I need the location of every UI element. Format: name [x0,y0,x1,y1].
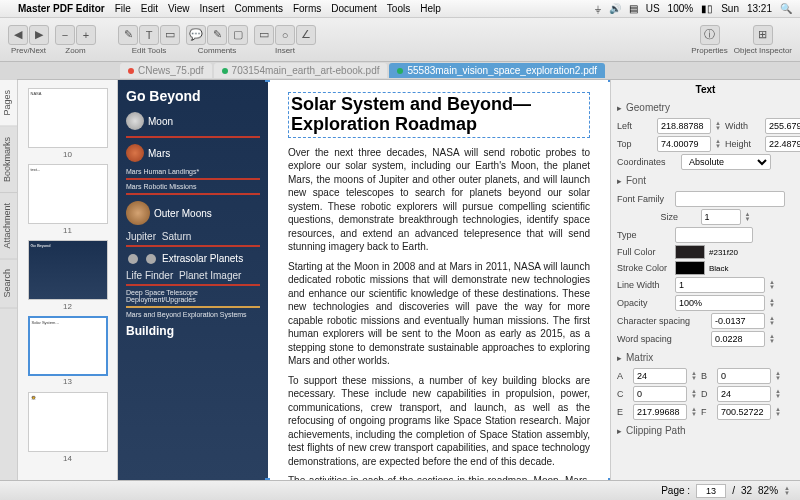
clock-day: Sun [721,3,739,14]
page-right-content[interactable]: Solar System and Beyond— Exploration Roa… [268,80,610,480]
menu-file[interactable]: File [115,3,131,14]
comments-tools[interactable]: 💬✎▢Comments [186,25,248,55]
menu-help[interactable]: Help [420,3,441,14]
matrix-d-input[interactable] [717,386,771,402]
prev-next-buttons[interactable]: ◀▶Prev/Next [8,25,49,55]
moon-icon [126,112,144,130]
font-size-input[interactable] [701,209,741,225]
sidetab-attachment[interactable]: Attachment [0,193,17,260]
stepper-icon[interactable]: ▲▼ [769,298,775,308]
sidetab-bookmarks[interactable]: Bookmarks [0,127,17,193]
tab-space-exploration[interactable]: 55583main_vision_space_exploration2.pdf [389,63,605,78]
geom-width-input[interactable] [765,118,800,134]
page-label: Page : [661,485,690,496]
matrix-b-input[interactable] [717,368,771,384]
battery-pct: 100% [668,3,694,14]
close-tab-icon[interactable] [128,68,134,74]
go-beyond-title: Go Beyond [126,88,260,104]
stepper-icon[interactable]: ▲▼ [769,334,775,344]
menu-edit[interactable]: Edit [141,3,158,14]
word-spacing-input[interactable] [711,331,765,347]
geom-left-input[interactable] [657,118,711,134]
article-title-line2: Exploration Roadmap [291,115,587,135]
stepper-icon[interactable]: ▲▼ [769,280,775,290]
planet-imager-icon [146,254,156,264]
spotlight-icon[interactable]: 🔍 [780,3,792,14]
mars-icon [126,144,144,162]
thumb-14[interactable]: 🧑‍🚀14 [28,392,108,452]
menu-tools[interactable]: Tools [387,3,410,14]
section-font[interactable]: ▸ Font [617,172,794,189]
stroke-color-swatch[interactable] [675,261,705,275]
sidetab-pages[interactable]: Pages [0,80,17,127]
wifi-icon[interactable]: ⏚ [595,3,601,14]
geom-top-input[interactable] [657,136,711,152]
thumb-10[interactable]: NASA10 [28,88,108,148]
stepper-icon[interactable]: ▲▼ [769,316,775,326]
zoom-stepper[interactable]: ▲▼ [784,486,790,496]
life-finder-icon [128,254,138,264]
thumb-12[interactable]: Go Beyond12 [28,240,108,300]
opacity-input[interactable] [675,295,765,311]
flag-icon[interactable]: ▤ [629,3,638,14]
app-toolbar: ◀▶Prev/Next −+Zoom ✎T▭Edit Tools 💬✎▢Comm… [0,18,800,62]
article-body: Over the next three decades, NASA will s… [288,146,590,480]
menu-forms[interactable]: Forms [293,3,321,14]
stepper-icon[interactable]: ▲▼ [715,121,721,131]
font-family-select[interactable]: ArialNarrow-Bold [675,191,785,207]
zoom-buttons[interactable]: −+Zoom [55,25,96,55]
tab-cnews[interactable]: CNews_75.pdf [120,63,212,78]
thumbnail-panel: NASA10 text...11 Go Beyond12 Solar Syste… [18,80,118,480]
insert-tools[interactable]: ▭○∠Insert [254,25,316,55]
stepper-icon[interactable]: ▲▼ [715,139,721,149]
object-inspector-button[interactable]: ⊞Object Inspector [734,25,792,55]
font-type-select[interactable]: Full text [675,227,753,243]
char-spacing-input[interactable] [711,313,765,329]
main-area: Pages Bookmarks Attachment Search NASA10… [0,80,800,480]
document-tabbar: CNews_75.pdf 703154main_earth_art-ebook.… [0,62,800,80]
battery-icon[interactable]: ▮▯ [701,3,713,14]
page-number-input[interactable] [696,484,726,498]
document-canvas[interactable]: Go Beyond Moon Mars Mars Human Landings*… [118,80,610,480]
article-title-line1: Solar System and Beyond— [291,95,587,115]
section-clipping[interactable]: ▸ Clipping Path [617,422,794,439]
menu-comments[interactable]: Comments [235,3,283,14]
section-geometry[interactable]: ▸ Geometry [617,99,794,116]
stepper-icon[interactable]: ▲▼ [745,212,751,222]
close-tab-icon[interactable] [222,68,228,74]
jupiter-icon [126,201,150,225]
page-total: 32 [741,485,752,496]
clock-time: 13:21 [747,3,772,14]
section-matrix[interactable]: ▸ Matrix [617,349,794,366]
inspector-panel: Text ▸ Geometry Left▲▼Width▲▼ Top▲▼Heigh… [610,80,800,480]
sidetab-search[interactable]: Search [0,259,17,309]
edit-tools[interactable]: ✎T▭Edit Tools [118,25,180,55]
tab-earth-art[interactable]: 703154main_earth_art-ebook.pdf [214,63,388,78]
matrix-f-input[interactable] [717,404,771,420]
volume-icon[interactable]: 🔊 [609,3,621,14]
geom-height-input[interactable] [765,136,800,152]
inspector-title: Text [617,84,794,95]
properties-button[interactable]: ⓘProperties [691,25,727,55]
app-name[interactable]: Master PDF Editor [18,3,105,14]
menu-insert[interactable]: Insert [200,3,225,14]
menu-view[interactable]: View [168,3,190,14]
zoom-value: 82% [758,485,778,496]
thumb-11[interactable]: text...11 [28,164,108,224]
fill-color-swatch[interactable] [675,245,705,259]
thumb-13[interactable]: Solar System…13 [28,316,108,376]
page-left-graphic: Go Beyond Moon Mars Mars Human Landings*… [118,80,268,480]
selected-text-object[interactable]: Solar System and Beyond— Exploration Roa… [288,92,590,138]
macos-menubar: Master PDF Editor File Edit View Insert … [0,0,800,18]
close-tab-icon[interactable] [397,68,403,74]
line-width-input[interactable] [675,277,765,293]
input-lang[interactable]: US [646,3,660,14]
menu-document[interactable]: Document [331,3,377,14]
status-bar: Page : / 32 82% ▲▼ [0,480,800,500]
matrix-a-input[interactable] [633,368,687,384]
coords-select[interactable]: Absolute [681,154,771,170]
matrix-c-input[interactable] [633,386,687,402]
matrix-e-input[interactable] [633,404,687,420]
sidebar-tabs: Pages Bookmarks Attachment Search [0,80,18,480]
